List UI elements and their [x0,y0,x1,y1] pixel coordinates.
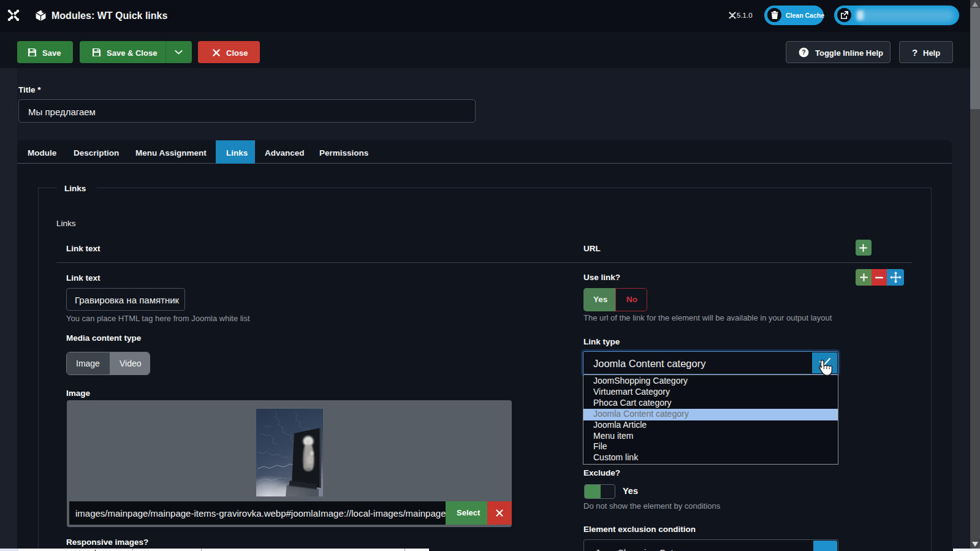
svg-text:?: ? [802,49,805,56]
